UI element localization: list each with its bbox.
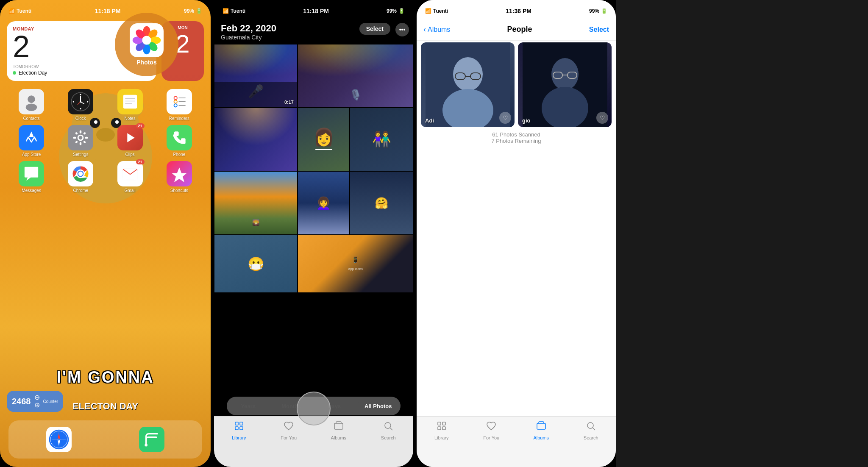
photo-concert-1[interactable]: 🎤 0:17 <box>214 44 297 107</box>
gio-heart-button[interactable]: ♡ <box>596 112 608 124</box>
app-row-1: Contacts <box>7 89 204 121</box>
clips-app[interactable]: 21 Clips <box>112 125 148 157</box>
tab3-foryou[interactable]: For You <box>467 421 517 440</box>
person-adi[interactable]: Adi ♡ <box>421 42 515 127</box>
app-row-3: Messages <box>7 161 204 193</box>
svg-rect-71 <box>235 422 238 425</box>
notes-app[interactable]: Notes <box>112 89 148 121</box>
seg-allphotos[interactable]: All Photos <box>357 400 400 413</box>
photo-outdoor-1[interactable]: 🌄 <box>214 172 297 234</box>
photo-location: Guatemala City <box>221 34 406 41</box>
foryou-tab-label: For You <box>281 435 297 440</box>
p2-battery-pct: 99% <box>387 8 397 14</box>
svg-rect-34 <box>123 95 136 108</box>
scan-line1: 61 Photos Scanned <box>491 131 541 138</box>
messages-app[interactable]: Messages <box>14 161 50 193</box>
tab3-search[interactable]: Search <box>566 421 616 440</box>
nav-title: People <box>507 25 532 34</box>
p3-battery: 99% 🔋 <box>589 8 607 14</box>
foryou3-tab-label: For You <box>483 435 499 440</box>
shortcuts-app[interactable]: Shortcuts <box>161 161 197 193</box>
battery-status: 99% 🔋 <box>184 8 202 14</box>
search-tab-icon <box>383 421 393 434</box>
p2-battery-icon: 🔋 <box>398 8 405 14</box>
albums3-tab-label: Albums <box>533 435 549 440</box>
reminders-app[interactable]: Reminders <box>161 89 197 121</box>
tab3-library[interactable]: Library <box>417 421 467 440</box>
foryou3-tab-icon <box>486 421 496 434</box>
svg-point-23 <box>26 103 37 111</box>
photos-open-overlay[interactable]: Photos <box>115 13 178 76</box>
tab3-albums[interactable]: Albums <box>516 421 566 440</box>
settings-app[interactable]: Settings <box>63 125 99 157</box>
photo-concert-2[interactable]: 🎙️ <box>298 44 413 107</box>
tab-search[interactable]: Search <box>364 421 414 440</box>
nav-select-button[interactable]: Select <box>589 26 609 33</box>
adi-heart-button[interactable]: ♡ <box>499 112 511 124</box>
counter-increase[interactable]: ⊕ <box>34 402 40 409</box>
counter-decrease[interactable]: ⊖ <box>34 394 40 401</box>
phone2: 📶 Tuenti 11:18 PM 99% 🔋 Feb 22, 2020 Gua… <box>214 0 413 467</box>
foryou-tab-icon <box>284 421 294 434</box>
battery-percent: 99% <box>184 8 194 14</box>
contacts-app[interactable]: Contacts <box>14 89 50 121</box>
select-button[interactable]: Select <box>359 23 390 35</box>
carrier-name: Tuenti <box>17 8 31 14</box>
chrome-app[interactable]: Chrome <box>63 161 99 193</box>
svg-point-85 <box>551 58 579 90</box>
p3-battery-pct: 99% <box>589 8 599 14</box>
photo-concert-3[interactable] <box>214 108 297 171</box>
albums3-tab-icon <box>536 421 546 434</box>
more-button[interactable]: ••• <box>395 23 409 36</box>
svg-marker-63 <box>172 167 187 182</box>
scan-info: 61 Photos Scanned 7 Photos Remaining <box>491 131 541 144</box>
svg-rect-47 <box>80 130 81 133</box>
photo-mask-selfie[interactable]: 😷 <box>214 235 297 292</box>
photo-row-1: 🎤 0:17 🎙️ <box>214 44 413 108</box>
phone3-status-bar: 📶 Tuenti 11:36 PM 99% 🔋 <box>417 0 616 19</box>
bottom-tabs-phone3: Library For You Albums <box>417 416 616 467</box>
phone3-nav: ‹ Albums People Select <box>417 19 616 41</box>
nav-back[interactable]: ‹ Albums <box>423 25 450 34</box>
photo-phone-screen[interactable]: 📱App icons <box>298 235 413 292</box>
svg-rect-93 <box>442 427 445 430</box>
seg-years[interactable]: Years <box>227 400 270 413</box>
svg-rect-49 <box>73 137 76 139</box>
counter-widget[interactable]: 2468 ⊖ ⊕ Counter <box>7 391 63 412</box>
photo-selfie-2[interactable]: 👫 <box>350 108 413 171</box>
dock-safari[interactable] <box>46 427 72 452</box>
p3-battery-icon: 🔋 <box>601 8 607 14</box>
svg-rect-90 <box>438 422 441 425</box>
p2-carrier: 📶 Tuenti <box>223 8 245 14</box>
battery-icon: 🔋 <box>196 8 202 14</box>
albums-circle-highlight <box>297 392 331 425</box>
status-bar: 📶 Tuenti 11:18 PM 99% 🔋 <box>0 0 211 19</box>
person-gio[interactable]: gio ♡ <box>518 42 612 127</box>
clock-app[interactable]: Clock <box>63 89 99 121</box>
p2-carrier-name: Tuenti <box>231 8 245 14</box>
p3-carrier-name: Tuenti <box>433 8 448 14</box>
svg-rect-94 <box>537 423 545 429</box>
tab-library[interactable]: Library <box>214 421 264 440</box>
phone-app[interactable]: Phone <box>161 125 197 157</box>
photo-grid: 🎤 0:17 🎙️ � <box>214 44 413 293</box>
photos-icon-open <box>130 23 164 57</box>
p3-time: 11:36 PM <box>506 8 531 14</box>
signal-icon: 📶 <box>8 8 15 14</box>
carrier-signal: 📶 Tuenti <box>8 8 31 14</box>
appstore-app[interactable]: App Store <box>14 125 50 157</box>
gmail-app[interactable]: 21 Gmail <box>112 161 148 193</box>
dock <box>8 420 202 459</box>
dock-feedly[interactable] <box>139 427 164 452</box>
search3-tab-label: Search <box>584 435 598 440</box>
photo-selfie-1[interactable]: 👩 <box>298 108 349 171</box>
albums-tab-icon <box>334 421 344 434</box>
svg-point-26 <box>80 94 81 95</box>
p3-carrier: 📶 Tuenti <box>425 8 448 14</box>
photo-outdoor-3[interactable]: 🤗 <box>350 172 413 234</box>
chrome-label: Chrome <box>73 188 89 193</box>
gmail-label: Gmail <box>125 188 136 193</box>
shortcuts-label: Shortcuts <box>170 188 188 193</box>
library3-tab-icon <box>437 421 447 434</box>
photo-outdoor-2[interactable]: 👩‍🦱 <box>298 172 349 234</box>
